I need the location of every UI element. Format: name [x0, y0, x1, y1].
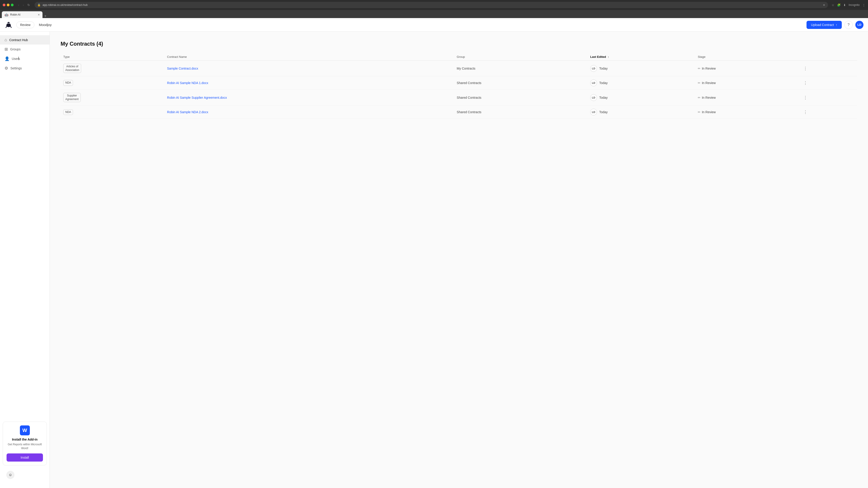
table-row: NDA Robin AI Sample NDA 2.docx Shared Co…: [61, 105, 857, 119]
sidebar-item-contract-hub[interactable]: ⌂ Contract Hub: [0, 35, 50, 44]
group-text-2: Shared Contracts: [457, 96, 482, 99]
cell-stage-2: ✏ In Review: [695, 90, 799, 105]
cell-stage-0: ✏ In Review: [695, 61, 799, 76]
more-actions-button-2[interactable]: ⋮: [802, 94, 809, 101]
window-close-button[interactable]: [3, 4, 5, 6]
col-stage: Stage: [695, 53, 799, 61]
sidebar-item-settings[interactable]: ⚙ Settings: [0, 64, 50, 73]
col-last-edited[interactable]: Last Edited ↑: [587, 53, 695, 61]
browser-navigation: ‹ › ↻: [17, 2, 31, 8]
stage-text-1: In Review: [702, 81, 716, 85]
last-edited-cell-1: LD Today: [590, 79, 692, 86]
cell-group-2: Shared Contracts: [454, 90, 587, 105]
type-badge-3: NDA: [63, 109, 73, 115]
contract-link-1[interactable]: Robin AI Sample NDA 1.docx: [167, 81, 208, 85]
sort-icon: ↑: [608, 56, 609, 58]
edit-icon-3: ✏: [698, 110, 701, 114]
tab-close-button[interactable]: ✕: [38, 13, 40, 16]
table-row: NDA Robin AI Sample NDA 1.docx Shared Co…: [61, 76, 857, 90]
word-icon: W: [6, 425, 43, 435]
new-tab-button[interactable]: +: [42, 14, 48, 18]
more-actions-button-3[interactable]: ⋮: [802, 109, 809, 116]
cell-stage-3: ✏ In Review: [695, 105, 799, 119]
cell-last-edited-3: LD Today: [587, 105, 695, 119]
cell-more-3: ⋮: [799, 105, 857, 119]
more-actions-button-1[interactable]: ⋮: [802, 79, 809, 86]
grid-icon: ⊞: [4, 47, 8, 52]
date-text-1: Today: [599, 81, 608, 85]
addin-card: W Install the Add-in Get Reports within …: [3, 422, 47, 465]
nav-forward-button[interactable]: ›: [22, 2, 25, 8]
browser-chrome: ‹ › ↻ 🔒 app.robinai.co.uk/review/contrac…: [0, 0, 868, 10]
group-text-3: Shared Contracts: [457, 110, 482, 114]
upload-contract-button[interactable]: Upload Contract ↑: [807, 21, 842, 29]
user-avatar-3: LD: [590, 109, 597, 116]
sidebar-label-users: Users: [12, 57, 20, 61]
browser-actions: ☆ 🧩 ⬇ Incognito ⋮: [832, 3, 865, 7]
stage-cell-1: ✏ In Review: [698, 81, 796, 85]
app-header: Review Moodjoy Upload Contract ↑ ? LD: [0, 18, 868, 32]
help-button[interactable]: ?: [844, 21, 852, 29]
cell-contract-name-1: Robin AI Sample NDA 1.docx: [164, 76, 454, 90]
tab-title: Robin AI: [10, 13, 20, 16]
svg-point-3: [9, 23, 10, 24]
home-icon: ⌂: [4, 37, 7, 42]
review-button[interactable]: Review: [16, 22, 34, 28]
addin-title: Install the Add-in: [6, 437, 43, 441]
logo: [4, 20, 13, 29]
last-edited-cell-3: LD Today: [590, 109, 692, 116]
cell-more-0: ⋮: [799, 61, 857, 76]
tab-bar: 🤖 Robin AI ✕ +: [0, 10, 868, 18]
gear-icon: ⚙: [4, 66, 8, 71]
cell-type-3: NDA: [61, 105, 164, 119]
contract-link-0[interactable]: Sample Contract.docx: [167, 67, 198, 70]
nav-refresh-button[interactable]: ↻: [26, 2, 31, 8]
main-layout: ⌂ Contract Hub ⊞ Groups 👤 Users | ⚙ Sett…: [0, 32, 868, 488]
type-badge-0: Articles of Association: [63, 64, 81, 73]
contract-link-2[interactable]: Robin AI Sample Supplier Agreement.docx: [167, 96, 227, 99]
browser-tab[interactable]: 🤖 Robin AI ✕: [2, 11, 42, 18]
more-options-icon[interactable]: ⋮: [862, 3, 865, 7]
sidebar-label-groups: Groups: [10, 47, 21, 51]
user-avatar-0: LD: [590, 65, 597, 72]
sidebar-item-groups[interactable]: ⊞ Groups: [0, 44, 50, 54]
stage-text-3: In Review: [702, 110, 716, 114]
addin-install-button[interactable]: Install: [6, 453, 43, 462]
header-right: Upload Contract ↑ ? LD: [807, 21, 864, 29]
cell-stage-1: ✏ In Review: [695, 76, 799, 90]
sidebar-label-settings: Settings: [10, 66, 22, 70]
tab-favicon: 🤖: [4, 13, 8, 17]
stage-cell-0: ✏ In Review: [698, 67, 796, 70]
edit-icon-0: ✏: [698, 67, 701, 70]
feedback-button[interactable]: ☺: [6, 471, 14, 479]
window-minimize-button[interactable]: [7, 4, 9, 6]
cell-type-1: NDA: [61, 76, 164, 90]
cell-group-3: Shared Contracts: [454, 105, 587, 119]
app-wrapper: Review Moodjoy Upload Contract ↑ ? LD ⌂ …: [0, 18, 868, 488]
nav-back-button[interactable]: ‹: [17, 2, 20, 8]
date-text-3: Today: [599, 110, 608, 114]
stage-text-2: In Review: [702, 96, 716, 99]
sidebar-item-users[interactable]: 👤 Users |: [0, 54, 50, 64]
cell-last-edited-2: LD Today: [587, 90, 695, 105]
user-avatar-button[interactable]: LD: [855, 21, 864, 29]
cell-more-2: ⋮: [799, 90, 857, 105]
col-actions: [799, 53, 857, 61]
bookmark-icon[interactable]: ☆: [832, 3, 834, 7]
col-contract-name: Contract Name: [164, 53, 454, 61]
window-controls: [3, 4, 13, 6]
svg-point-2: [7, 23, 8, 24]
col-group: Group: [454, 53, 587, 61]
download-icon[interactable]: ⬇: [843, 3, 846, 7]
window-maximize-button[interactable]: [11, 4, 13, 6]
page-title: My Contracts (4): [61, 41, 857, 47]
table-header-row: Type Contract Name Group Last Edited ↑ S…: [61, 53, 857, 61]
addin-description: Get Reports within Microsoft Word!: [6, 443, 43, 450]
cell-group-1: Shared Contracts: [454, 76, 587, 90]
more-actions-button-0[interactable]: ⋮: [802, 65, 809, 72]
contract-link-3[interactable]: Robin AI Sample NDA 2.docx: [167, 110, 208, 114]
extensions-icon[interactable]: 🧩: [837, 3, 841, 7]
address-bar[interactable]: 🔒 app.robinai.co.uk/review/contract-hub …: [35, 2, 828, 8]
col-type: Type: [61, 53, 164, 61]
last-edited-cell-2: LD Today: [590, 94, 692, 101]
